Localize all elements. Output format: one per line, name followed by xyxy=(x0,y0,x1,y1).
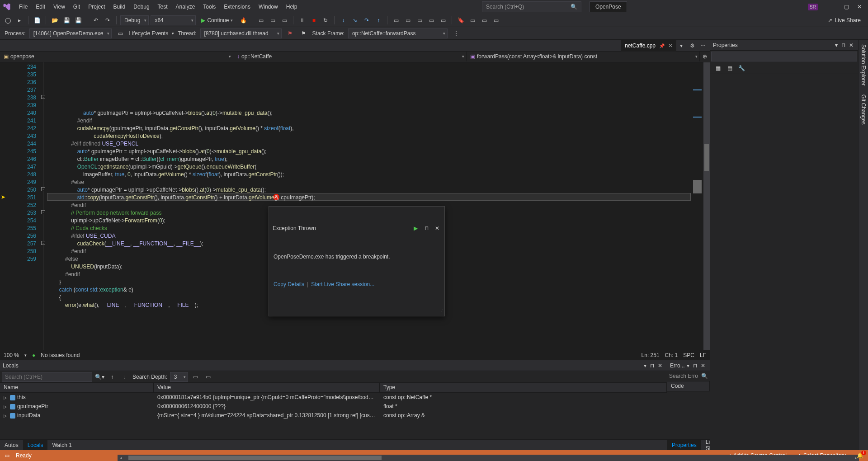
restart-icon[interactable]: ↻ xyxy=(321,15,330,25)
search-icon[interactable]: 🔍 xyxy=(701,373,708,379)
toolbar-icon-d[interactable]: ▭ xyxy=(426,15,436,25)
locals-tool-icon-2[interactable]: ▭ xyxy=(203,372,213,382)
alphabetical-icon[interactable]: ▤ xyxy=(725,63,735,73)
platform-select[interactable]: x64 xyxy=(151,15,196,25)
minimize-icon[interactable]: ― xyxy=(830,4,836,10)
vertical-scrollbar[interactable] xyxy=(703,62,710,350)
flag-icon[interactable]: ⚑ xyxy=(285,28,295,38)
step-next-icon[interactable]: ↓ xyxy=(338,15,348,25)
col-indicator[interactable]: Ch: 1 xyxy=(665,352,678,358)
menu-tools[interactable]: Tools xyxy=(199,2,219,12)
fold-toggle-icon[interactable]: - xyxy=(41,95,45,99)
step-out-icon[interactable]: ↑ xyxy=(373,15,383,25)
tab-settings-icon[interactable]: ⚙ xyxy=(687,41,697,51)
toolbar-icon-a[interactable]: ▭ xyxy=(391,15,401,25)
tab-properties[interactable]: Properties xyxy=(667,440,701,450)
menu-build[interactable]: Build xyxy=(110,2,129,12)
panel-pin-icon[interactable]: ⊓ xyxy=(648,362,656,369)
search-prev-icon[interactable]: ↑ xyxy=(107,372,117,382)
panel-close-icon[interactable]: ✕ xyxy=(656,362,664,369)
toolbar-icon-1[interactable]: ▭ xyxy=(256,15,266,25)
global-search[interactable]: Search (Ctrl+Q) 🔍 xyxy=(482,1,581,12)
thread-select[interactable]: [8780] ucrtbased.dll thread xyxy=(200,28,282,38)
tab-dropdown-icon[interactable]: ▾ xyxy=(676,41,686,51)
errorlist-search[interactable]: Search Erro xyxy=(669,373,701,379)
menu-view[interactable]: View xyxy=(50,2,69,12)
toolbar-icon-h[interactable]: ▭ xyxy=(491,15,501,25)
panel-close-icon[interactable]: ✕ xyxy=(847,42,855,48)
fold-toggle-icon[interactable]: - xyxy=(41,187,45,191)
fold-column[interactable]: - - - - xyxy=(40,62,47,350)
nav-func[interactable]: ▣forwardPass(const Array<float>& inputDa… xyxy=(467,52,700,61)
tab-more-icon[interactable]: ⋯ xyxy=(698,41,708,51)
back-nav-icon[interactable]: ◯ xyxy=(3,15,13,25)
config-select[interactable]: Debug xyxy=(120,15,149,25)
close-icon[interactable]: ✕ xyxy=(857,4,862,10)
frame-select[interactable]: op::NetCaffe::forwardPass xyxy=(348,28,448,38)
locals-tool-icon-1[interactable]: ▭ xyxy=(191,372,201,382)
menu-file[interactable]: File xyxy=(15,2,31,12)
pin-icon[interactable]: 📌 xyxy=(659,43,665,48)
notifications-icon[interactable]: 🔔1 xyxy=(857,452,863,459)
continue-button[interactable]: ▶ Continue ▾ xyxy=(198,15,236,25)
nav-split-icon[interactable]: ⊕ xyxy=(700,52,710,61)
zoom-level[interactable]: 100 % xyxy=(4,352,19,358)
lifecycle-icon[interactable]: ▭ xyxy=(115,28,125,38)
fold-toggle-icon[interactable]: - xyxy=(41,241,45,245)
nav-scope[interactable]: ▣openpose xyxy=(0,52,233,61)
toolbar-icon-c[interactable]: ▭ xyxy=(415,15,425,25)
dock-git-changes[interactable]: Git Changes xyxy=(859,93,868,127)
search-icon[interactable]: 🔍▾ xyxy=(95,374,104,380)
forward-nav-icon[interactable]: ▸ xyxy=(14,15,24,25)
pause-icon[interactable]: ⏸ xyxy=(297,15,307,25)
solution-name[interactable]: OpenPose xyxy=(590,1,627,12)
code-content[interactable]: ✕ Exception Thrown ▶ ⊓ ✕ OpenPoseDemo.ex… xyxy=(47,62,691,350)
toolbar-icon-b[interactable]: ▭ xyxy=(403,15,413,25)
new-item-icon[interactable]: 📄 xyxy=(32,15,42,25)
locals-row[interactable]: ▷gpuImagePtr0x0000000612400000 {???}floa… xyxy=(0,402,667,411)
minimap[interactable] xyxy=(691,62,703,350)
properties-object-select[interactable] xyxy=(711,52,857,61)
save-icon[interactable]: 💾 xyxy=(61,15,71,25)
fold-toggle-icon[interactable]: - xyxy=(41,210,45,214)
nav-class[interactable]: ↓op::NetCaffe xyxy=(233,52,467,61)
menu-project[interactable]: Project xyxy=(85,2,108,12)
panel-pin-icon[interactable]: ⊓ xyxy=(840,42,847,48)
editor-tab-netcaffe[interactable]: netCaffe.cpp 📌 ✕ xyxy=(621,40,676,52)
horizontal-scrollbar[interactable]: ◂▸ xyxy=(118,455,859,461)
user-badge[interactable]: SR xyxy=(808,4,818,10)
step-over-icon[interactable]: ↷ xyxy=(362,15,372,25)
panel-close-icon[interactable]: ✕ xyxy=(699,362,707,369)
depth-select[interactable]: 3 xyxy=(170,372,188,382)
open-folder-icon[interactable]: 📂 xyxy=(50,15,60,25)
threads-icon[interactable]: ⚑ xyxy=(299,28,309,38)
hot-reload-icon[interactable]: 🔥 xyxy=(238,15,248,25)
locals-row[interactable]: ▷this0x00000181a7e914b0 {upImpl=unique_p… xyxy=(0,393,667,402)
menu-test[interactable]: Test xyxy=(154,2,171,12)
tab-close-icon[interactable]: ✕ xyxy=(668,42,673,49)
col-code[interactable]: Code xyxy=(667,381,710,391)
undo-icon[interactable]: ↶ xyxy=(91,15,101,25)
menu-help[interactable]: Help xyxy=(283,2,301,12)
toolbar-overflow-icon[interactable]: ⋮ xyxy=(451,28,461,38)
menu-git[interactable]: Git xyxy=(70,2,84,12)
menu-debug[interactable]: Debug xyxy=(130,2,153,12)
live-share-button[interactable]: ↗ Live Share xyxy=(828,17,865,24)
menu-analyze[interactable]: Analyze xyxy=(172,2,199,12)
col-name[interactable]: Name xyxy=(0,383,154,392)
line-indicator[interactable]: Ln: 251 xyxy=(642,352,660,358)
categorize-icon[interactable]: ▦ xyxy=(713,63,723,73)
save-all-icon[interactable]: 💾 xyxy=(73,15,83,25)
menu-edit[interactable]: Edit xyxy=(32,2,49,12)
process-select[interactable]: [14064] OpenPoseDemo.exe xyxy=(29,28,112,38)
stop-icon[interactable]: ■ xyxy=(309,15,319,25)
maximize-icon[interactable]: ▢ xyxy=(844,4,849,10)
panel-dropdown-icon[interactable]: ▾ xyxy=(685,362,691,369)
panel-dropdown-icon[interactable]: ▾ xyxy=(833,42,840,48)
locals-row[interactable]: ▷inputData{mSize={ size=4 } mVolume=7242… xyxy=(0,411,667,420)
dock-solution-explorer[interactable]: Solution Explorer xyxy=(859,42,868,87)
tab-autos[interactable]: Autos xyxy=(0,440,23,450)
toolbar-icon-2[interactable]: ▭ xyxy=(268,15,278,25)
toolbar-icon-3[interactable]: ▭ xyxy=(279,15,289,25)
bookmark-icon[interactable]: 🔖 xyxy=(456,15,466,25)
